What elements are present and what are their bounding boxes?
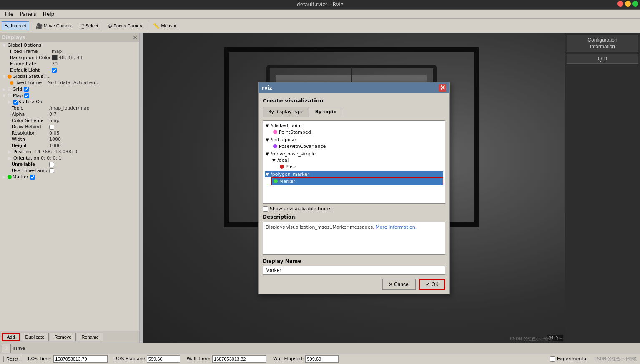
close-btn[interactable] xyxy=(617,1,623,7)
move-camera-button[interactable]: 🎥 Move Camera xyxy=(33,22,75,30)
default-light-checkbox[interactable] xyxy=(52,68,57,73)
map-resolution-row[interactable]: Resolution 0.05 xyxy=(0,130,139,136)
tab-by-display-type[interactable]: By display type xyxy=(263,107,309,117)
map-topic-row[interactable]: Topic /map_loader/map xyxy=(0,105,139,111)
show-unvisualizable-checkbox[interactable] xyxy=(263,206,268,212)
map-position-row[interactable]: ▶ Position -14.768; -13.038; 0 xyxy=(0,149,139,155)
map-unreliable-row[interactable]: Unreliable xyxy=(0,161,139,167)
description-box: Displays visualization_msgs::Marker mess… xyxy=(263,222,445,255)
tab-by-topic[interactable]: By topic xyxy=(310,107,341,117)
duplicate-button[interactable]: Duplicate xyxy=(21,333,49,341)
global-status-row[interactable]: ▼ Global Status: ... xyxy=(0,73,139,80)
topic-header-goal[interactable]: ▼ /goal xyxy=(271,157,443,163)
modal-titlebar: rviz ✕ xyxy=(259,82,449,93)
map-height-row[interactable]: Height 1000 xyxy=(0,142,139,149)
modal-close-button[interactable]: ✕ xyxy=(439,84,446,92)
right-panel: Configuration Information Quit xyxy=(565,33,640,343)
map-orientation-row[interactable]: ▶ Orientation 0; 0; 0; 1 xyxy=(0,155,139,161)
cancel-button[interactable]: ✕ Cancel xyxy=(382,279,416,290)
grid-arrow: ▶ xyxy=(3,87,8,92)
topic-header-polygon-marker[interactable]: ▼ /polygon_marker xyxy=(265,171,443,177)
more-information-link[interactable]: More Information. xyxy=(376,224,417,230)
menu-panels[interactable]: Panels xyxy=(17,10,40,18)
quit-button[interactable]: Quit xyxy=(567,54,638,64)
ros-elapsed-item: ROS Elapsed: xyxy=(114,355,180,363)
experimental-item: Experimental xyxy=(550,356,587,362)
map-usetimestamp-row[interactable]: Use Timestamp xyxy=(0,167,139,174)
fixed-frame-row[interactable]: Fixed Frame map xyxy=(0,48,139,55)
window-title: default.rviz* - RViz xyxy=(297,2,343,7)
measure-button[interactable]: 📏 Measur... xyxy=(150,22,183,30)
wall-time-input[interactable] xyxy=(212,355,266,363)
grid-checkbox[interactable] xyxy=(24,87,29,92)
topic-group-move-base: ▼ /move_base_simple ▼ /goal xyxy=(265,151,443,170)
map-checkbox[interactable] xyxy=(24,93,29,98)
interact-label: Interact xyxy=(11,23,26,28)
app-window: default.rviz* - RViz File Panels Help ↖ … xyxy=(0,0,640,364)
select-button[interactable]: ⬚ Select xyxy=(76,22,101,30)
topic-group-polygon-marker: ▼ /polygon_marker Marker xyxy=(265,171,443,185)
grid-row[interactable]: ▶ ⊞ Grid xyxy=(0,86,139,92)
frame-rate-row[interactable]: Frame Rate 30 xyxy=(0,61,139,67)
add-button[interactable]: Add xyxy=(2,333,20,341)
map-alpha-row[interactable]: Alpha 0.7 xyxy=(0,111,139,117)
title-bar: default.rviz* - RViz xyxy=(0,0,640,10)
topic-group-clicked-point: ▼ /clicked_point PointStamped xyxy=(265,122,443,136)
create-visualization-modal: rviz ✕ Create visualization By display t… xyxy=(258,82,450,294)
map-status-row[interactable]: ▶ Status: Ok xyxy=(0,99,139,105)
map-status-checkbox[interactable] xyxy=(13,100,18,105)
rename-button[interactable]: Rename xyxy=(77,333,103,341)
topic-group-initialpose: ▼ /initialpose PoseWithCovariance xyxy=(265,137,443,150)
topic-header-initialpose[interactable]: ▼ /initialpose xyxy=(265,137,443,143)
draw-behind-checkbox[interactable] xyxy=(49,125,54,130)
panel-resize-handle[interactable] xyxy=(140,33,143,343)
topic-item-marker[interactable]: Marker xyxy=(271,177,443,185)
displays-panel: Displays ✕ ▼ Global Options Fixed Frame … xyxy=(0,33,140,343)
background-color-row[interactable]: Background Color 48; 48; 48 xyxy=(0,55,139,61)
topic-item-pose[interactable]: Pose xyxy=(278,163,443,170)
map-row[interactable]: ▼ 🗺 Map xyxy=(0,92,139,99)
map-width-row[interactable]: Width 1000 xyxy=(0,136,139,142)
marker-row[interactable]: ▶ Marker xyxy=(0,174,139,180)
ros-elapsed-input[interactable] xyxy=(147,355,180,363)
experimental-checkbox[interactable] xyxy=(550,356,555,362)
toolbar: ↖ Interact 🎥 Move Camera ⬚ Select ⊕ Focu… xyxy=(0,19,640,33)
default-light-row[interactable]: Default Light xyxy=(0,67,139,73)
focus-camera-button[interactable]: ⊕ Focus Camera xyxy=(105,22,146,30)
marker-checkbox[interactable] xyxy=(30,175,35,180)
topic-item-posewithcovariance[interactable]: PoseWithCovariance xyxy=(271,143,443,150)
panel-close-icon[interactable]: ✕ xyxy=(133,34,138,41)
map-colorscheme-row[interactable]: Color Scheme map xyxy=(0,117,139,124)
reset-button[interactable]: Reset xyxy=(3,356,21,362)
main-layout: Displays ✕ ▼ Global Options Fixed Frame … xyxy=(0,33,640,343)
ok-button[interactable]: ✔ OK xyxy=(419,279,445,290)
select-icon: ⬚ xyxy=(79,23,84,29)
global-status-dot xyxy=(8,75,12,79)
wall-elapsed-input[interactable] xyxy=(305,355,339,363)
interact-button[interactable]: ↖ Interact xyxy=(2,21,29,30)
modal-buttons: ✕ Cancel ✔ OK xyxy=(263,279,445,290)
topic-header-clicked-point[interactable]: ▼ /clicked_point xyxy=(265,122,443,129)
minimize-btn[interactable] xyxy=(625,1,631,7)
topic-tree[interactable]: ▼ /clicked_point PointStamped xyxy=(263,120,445,204)
global-options-row[interactable]: ▼ Global Options xyxy=(0,42,139,48)
menu-help[interactable]: Help xyxy=(40,10,58,18)
status-bar: Reset ROS Time: ROS Elapsed: Wall Time: … xyxy=(0,354,640,364)
measure-icon: 📏 xyxy=(153,23,160,29)
map-drawbehind-row[interactable]: Draw Behind xyxy=(0,124,139,130)
topic-item-pointstamped[interactable]: PointStamped xyxy=(271,129,443,136)
move-camera-label: Move Camera xyxy=(44,23,73,28)
tab-bar: By display type By topic xyxy=(263,107,445,117)
fixed-frame-status-row[interactable]: Fixed Frame No tf data. Actual err... xyxy=(0,80,139,86)
unreliable-checkbox[interactable] xyxy=(49,162,54,167)
wall-elapsed-item: Wall Elapsed: xyxy=(273,355,339,363)
maximize-btn[interactable] xyxy=(632,1,638,7)
use-timestamp-checkbox[interactable] xyxy=(49,168,54,173)
menu-file[interactable]: File xyxy=(2,10,17,18)
topic-header-move-base[interactable]: ▼ /move_base_simple xyxy=(265,151,443,157)
remove-button[interactable]: Remove xyxy=(50,333,76,341)
display-name-input[interactable] xyxy=(263,266,445,275)
config-info-button[interactable]: Configuration Information xyxy=(567,35,638,52)
ros-time-input[interactable] xyxy=(53,355,108,363)
experimental-label: Experimental xyxy=(557,356,587,362)
